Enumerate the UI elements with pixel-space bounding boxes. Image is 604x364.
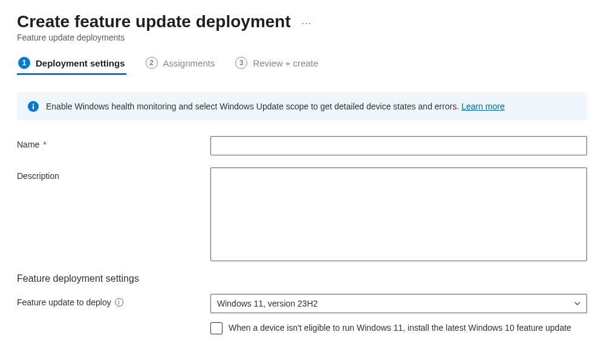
tab-step-number: 3 (235, 57, 247, 69)
info-tooltip-icon[interactable]: i (115, 298, 123, 307)
tab-assignments[interactable]: 2 Assignments (145, 53, 216, 75)
fallback-checkbox-label: When a device isn't eligible to run Wind… (229, 322, 571, 334)
section-heading-feature-deployment: Feature deployment settings (17, 273, 587, 284)
tab-review-create[interactable]: 3 Review + create (234, 53, 319, 75)
feature-update-select[interactable]: Windows 11, version 23H2 (210, 294, 587, 313)
info-message: Enable Windows health monitoring and sel… (46, 102, 461, 111)
info-icon (28, 101, 39, 112)
more-actions-icon[interactable]: ··· (302, 15, 311, 29)
wizard-tabs: 1 Deployment settings 2 Assignments 3 Re… (17, 53, 587, 76)
description-label: Description (17, 167, 210, 181)
learn-more-link[interactable]: Learn more (461, 102, 505, 111)
required-indicator: * (43, 140, 46, 149)
tab-step-number: 2 (146, 57, 158, 69)
tab-label: Deployment settings (36, 58, 125, 68)
name-label: Name * (17, 136, 210, 149)
description-textarea[interactable] (210, 167, 587, 261)
svg-rect-2 (33, 104, 34, 105)
name-input[interactable] (210, 136, 587, 155)
info-banner: Enable Windows health monitoring and sel… (17, 93, 587, 120)
feature-update-label: Feature update to deploy i (17, 294, 210, 307)
form: Name * Description Feature deployment se… (17, 136, 587, 334)
page-title: Create feature update deployment (17, 12, 291, 31)
svg-rect-1 (33, 106, 34, 109)
tab-label: Assignments (163, 58, 215, 68)
breadcrumb: Feature update deployments (17, 33, 587, 42)
tab-step-number: 1 (18, 57, 30, 69)
tab-deployment-settings[interactable]: 1 Deployment settings (17, 53, 126, 75)
info-text: Enable Windows health monitoring and sel… (46, 102, 505, 111)
tab-label: Review + create (253, 58, 318, 68)
fallback-checkbox[interactable] (210, 322, 222, 334)
